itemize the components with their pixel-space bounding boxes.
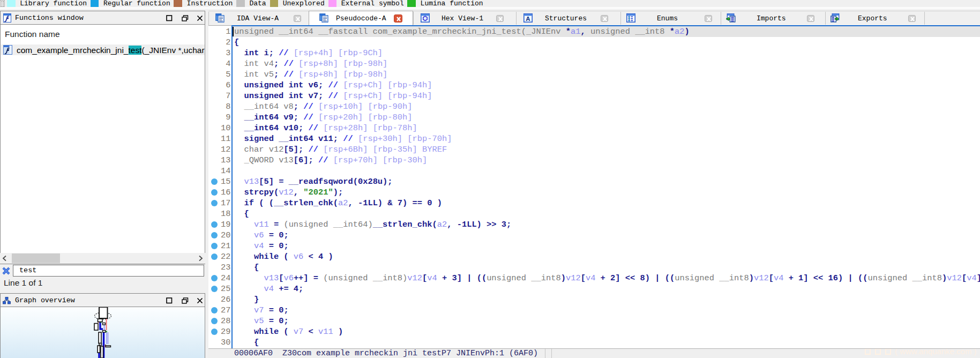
svg-text:A: A — [526, 16, 530, 22]
